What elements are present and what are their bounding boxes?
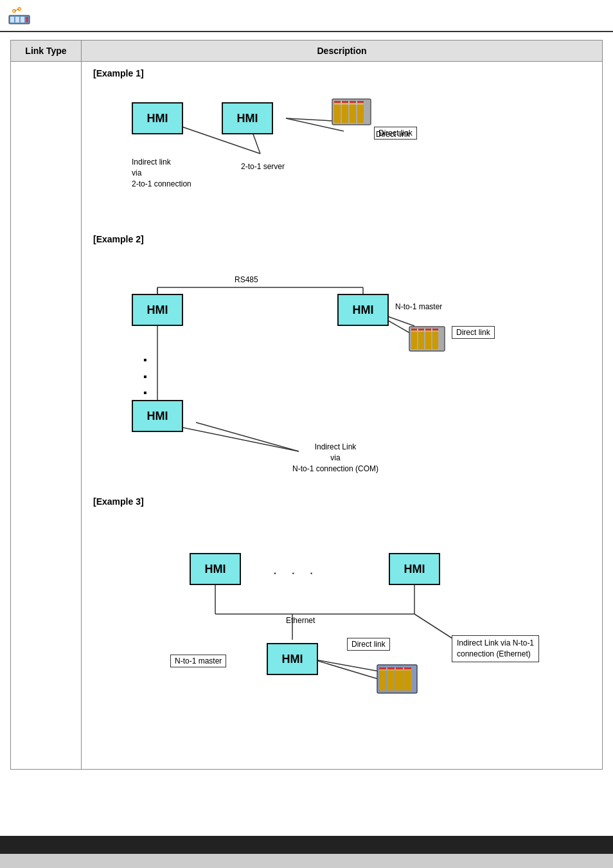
direct-link-box-ex2: Direct link (452, 326, 495, 339)
indirect-link-box-ex3: Indirect Link via N-to-1 connection (Eth… (452, 635, 539, 662)
svg-rect-21 (342, 101, 348, 103)
svg-rect-58 (404, 667, 411, 669)
col-description-header: Description (82, 41, 602, 61)
example2-diagram: RS485 HMI HMI N-to-1 master (93, 252, 591, 471)
example2-label: [Example 2] (93, 234, 591, 244)
n-to-1-master-box-ex3: N-to-1 master (170, 655, 226, 667)
example2-svg (93, 252, 591, 471)
svg-rect-7 (15, 17, 19, 23)
svg-rect-20 (334, 101, 341, 103)
table-header-row: Link Type Description (11, 41, 602, 62)
svg-rect-6 (10, 17, 14, 23)
example2-section: [Example 2] (93, 234, 591, 471)
bottom-bar (0, 836, 613, 854)
hmi1-ex2: HMI (132, 294, 183, 326)
example3-label: [Example 3] (93, 496, 591, 507)
svg-rect-55 (379, 667, 386, 669)
svg-rect-51 (387, 667, 395, 691)
example1-label: [Example 1] (93, 68, 591, 78)
svg-rect-50 (379, 667, 386, 691)
plc-icon-ex1 (331, 94, 376, 131)
logo-icon (8, 6, 31, 25)
n-to-1-master-label-ex2: N-to-1 master (395, 302, 442, 312)
main-content: Link Type Description [Example 1] (0, 32, 613, 836)
svg-rect-40 (425, 329, 431, 330)
svg-rect-52 (396, 667, 403, 691)
svg-rect-9 (26, 17, 28, 23)
svg-rect-41 (432, 329, 438, 330)
svg-line-31 (196, 422, 299, 451)
rs485-label: RS485 (235, 275, 258, 285)
indirect-link-label-ex2: Indirect Link via N-to-1 connection (COM… (292, 442, 378, 474)
hmi3-ex2: HMI (132, 400, 183, 432)
plc-icon-ex2 (408, 321, 450, 356)
hmi1-ex3: HMI (190, 553, 241, 585)
svg-rect-22 (350, 101, 356, 103)
hmi3-ex3: HMI (267, 643, 318, 675)
svg-rect-38 (411, 329, 417, 330)
col-linktype-cell (11, 62, 82, 769)
dots-ex2: ▪▪▪ (143, 352, 147, 401)
indirect-link-label-ex1: Indirect link via 2-to-1 connection (132, 157, 191, 189)
svg-rect-57 (396, 667, 403, 669)
svg-rect-56 (387, 667, 395, 669)
bottom-gray (0, 854, 613, 868)
main-table: Link Type Description [Example 1] (10, 40, 603, 770)
top-bar (0, 0, 613, 32)
svg-rect-39 (418, 329, 424, 330)
plc-icon-ex3 (376, 661, 421, 697)
hmi1-box: HMI (132, 102, 183, 134)
col-linktype-header: Link Type (11, 41, 82, 61)
direct-link-box-ex1: Direct link (374, 127, 417, 140)
table-body-row: [Example 1] (11, 62, 602, 769)
page: Link Type Description [Example 1] (0, 0, 613, 868)
example1-diagram: HMI HMI (93, 86, 591, 208)
col-description-cell: [Example 1] (82, 62, 602, 769)
hmi2-ex3: HMI (389, 553, 440, 585)
dots-ex3: · · · (273, 565, 319, 581)
hmi2-ex2: HMI (337, 294, 389, 326)
svg-rect-53 (404, 667, 411, 691)
hmi2-box: HMI (222, 102, 273, 134)
example3-svg (93, 514, 591, 694)
direct-link-box-ex3: Direct link (347, 638, 390, 651)
ethernet-label-ex3: Ethernet (286, 616, 315, 626)
svg-rect-23 (357, 101, 364, 103)
svg-rect-8 (21, 17, 24, 23)
server-label-ex1: 2-to-1 server (241, 162, 285, 172)
example3-diagram: HMI · · · HMI Ethernet Indirect (93, 514, 591, 694)
example3-section: [Example 3] (93, 496, 591, 694)
example1-section: [Example 1] (93, 68, 591, 208)
